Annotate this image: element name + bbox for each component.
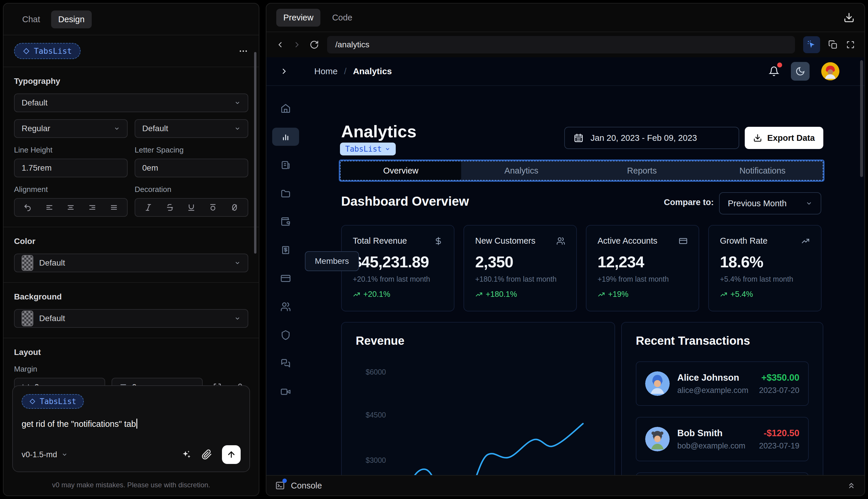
breadcrumb-home[interactable]: Home — [314, 66, 338, 76]
fullscreen-icon[interactable] — [846, 40, 855, 49]
tab-analytics[interactable]: Analytics — [461, 161, 582, 180]
trending-up-icon — [801, 236, 810, 245]
users-icon — [281, 302, 291, 312]
breadcrumb-current: Analytics — [353, 66, 392, 76]
background-title: Background — [14, 292, 248, 302]
avatar — [645, 371, 670, 396]
chevron-down-icon — [806, 200, 813, 207]
preview-scrollbar[interactable] — [860, 60, 863, 177]
font-size-select[interactable]: Default — [135, 119, 248, 138]
dollar-sign-icon — [434, 236, 443, 245]
stat-card-active-accounts: Active Accounts 12,234 +19% from last mo… — [586, 225, 699, 312]
sidebar-item-security[interactable] — [272, 326, 299, 344]
video-icon — [281, 387, 291, 397]
chevron-down-icon — [385, 146, 390, 152]
chevron-down-icon — [114, 125, 120, 132]
strikethrough-icon[interactable] — [165, 203, 174, 212]
color-section: Color Default — [3, 227, 259, 283]
console-bar[interactable]: Console — [266, 475, 865, 496]
stat-card-growth-rate: Growth Rate 18.6% +5.4% from last month … — [708, 225, 821, 312]
decoration-group — [135, 198, 248, 217]
sidebar-item-video[interactable] — [272, 383, 299, 401]
font-weight-select[interactable]: Regular — [14, 119, 128, 138]
sparkles-icon[interactable] — [181, 449, 191, 460]
font-family-select[interactable]: Default — [14, 94, 248, 112]
sidebar-item-invoices[interactable] — [272, 241, 299, 259]
home-icon — [281, 103, 291, 114]
text-caret — [136, 419, 137, 429]
color-title: Color — [14, 236, 248, 246]
selected-component-chip[interactable]: TabsList — [14, 43, 80, 59]
underline-icon[interactable] — [187, 203, 196, 212]
tab-reports[interactable]: Reports — [582, 161, 703, 180]
url-input[interactable]: /analytics — [327, 36, 795, 53]
notifications-button[interactable] — [769, 66, 779, 76]
transaction-row[interactable]: Bob Smith bob@example.com -$120.50 2023-… — [636, 417, 809, 461]
prompt-composer[interactable]: TabsList get rid of the "notifications" … — [12, 385, 250, 472]
align-left-icon[interactable] — [45, 203, 54, 212]
selection-badge[interactable]: TabsList — [340, 143, 396, 156]
back-icon[interactable] — [276, 40, 284, 49]
more-options-icon[interactable] — [238, 46, 248, 56]
date-range-picker[interactable]: Jan 20, 2023 - Feb 09, 2023 — [564, 127, 739, 149]
tab-design[interactable]: Design — [51, 11, 91, 28]
preview-panel: Preview Code /analytics Home / Analytics — [266, 3, 865, 496]
align-center-icon[interactable] — [66, 203, 75, 212]
export-data-button[interactable]: Export Data — [745, 127, 823, 149]
left-panel-scrollbar[interactable] — [254, 52, 257, 254]
sidebar-item-analytics[interactable] — [272, 128, 299, 146]
reset-alignment-icon[interactable] — [23, 203, 32, 212]
transaction-row[interactable]: Alice Johnson alice@example.com +$350.00… — [636, 361, 809, 406]
sidebar-item-cards[interactable] — [272, 269, 299, 288]
transaction-row-partial — [636, 472, 809, 475]
line-height-input[interactable]: 1.75rem — [14, 159, 128, 177]
trending-up-icon — [720, 291, 728, 298]
credit-card-icon — [679, 236, 687, 245]
bell-icon — [769, 66, 779, 76]
tab-notifications[interactable]: Notifications — [702, 161, 823, 180]
tab-preview[interactable]: Preview — [276, 9, 320, 27]
sidebar-item-home[interactable] — [272, 99, 299, 118]
refresh-icon[interactable] — [310, 40, 319, 49]
composer-component-chip[interactable]: TabsList — [22, 394, 84, 409]
letter-spacing-input[interactable]: 0em — [135, 159, 248, 177]
typography-section: Typography Default Regular Default Line … — [3, 67, 259, 227]
overline-icon[interactable] — [209, 203, 217, 212]
tab-code[interactable]: Code — [325, 9, 359, 27]
design-panel: Chat Design TabsList Typography Default … — [3, 3, 259, 496]
tab-chat[interactable]: Chat — [15, 11, 47, 28]
compare-select[interactable]: Previous Month — [719, 192, 821, 215]
diamond-icon — [23, 48, 30, 54]
pointer-icon — [807, 40, 817, 50]
tab-overview[interactable]: Overview — [340, 161, 461, 180]
no-decoration-icon[interactable] — [230, 203, 239, 212]
color-select[interactable]: Default — [14, 254, 248, 272]
revenue-line-chart — [342, 322, 615, 475]
sidebar-item-wallet[interactable] — [272, 213, 299, 231]
italic-icon[interactable] — [144, 203, 153, 212]
sidebar-toggle-icon[interactable] — [280, 67, 288, 76]
sidebar-item-messages[interactable] — [272, 354, 299, 373]
theme-toggle-button[interactable] — [791, 62, 809, 81]
sidebar-item-news[interactable] — [272, 156, 299, 174]
wallet-icon — [281, 217, 291, 227]
notification-dot — [777, 62, 782, 68]
copy-icon[interactable] — [828, 40, 838, 49]
align-justify-icon[interactable] — [110, 203, 118, 212]
download-icon[interactable] — [843, 12, 855, 23]
prompt-input[interactable]: get rid of the "notifications" tab — [22, 419, 241, 429]
chevrons-up-icon[interactable] — [847, 481, 856, 490]
sidebar-item-files[interactable] — [272, 184, 299, 203]
align-right-icon[interactable] — [88, 203, 97, 212]
design-mode-button[interactable] — [803, 36, 820, 53]
model-select[interactable]: v0-1.5-md — [22, 450, 68, 459]
transaction-amount: -$120.50 — [759, 428, 799, 439]
shield-icon — [281, 330, 291, 340]
user-avatar[interactable] — [821, 62, 839, 80]
forward-icon[interactable] — [293, 40, 301, 49]
background-swatch — [22, 311, 33, 326]
sidebar-item-members[interactable] — [272, 298, 299, 316]
send-button[interactable] — [222, 445, 241, 464]
attach-icon[interactable] — [201, 449, 212, 460]
background-select[interactable]: Default — [14, 309, 248, 328]
